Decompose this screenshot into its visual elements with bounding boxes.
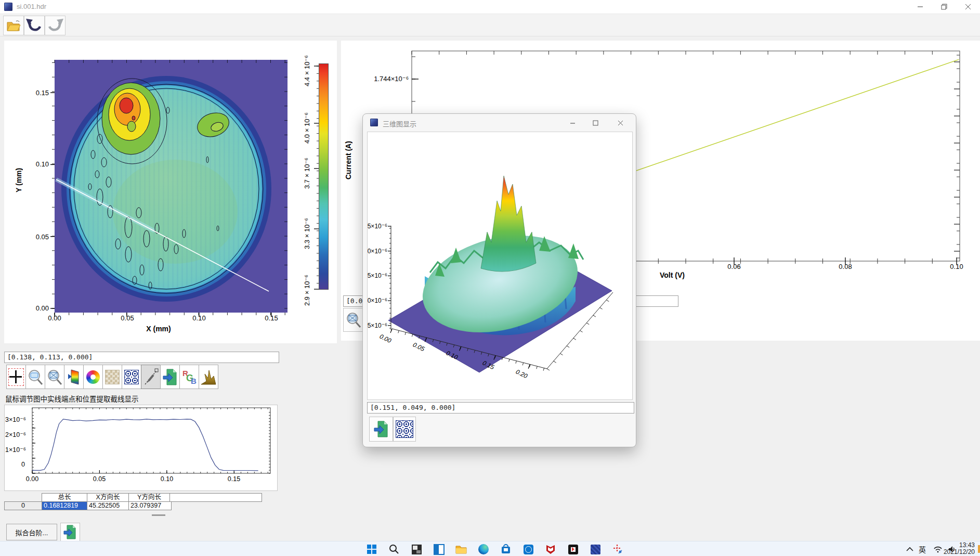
taskbar-measure-app-icon[interactable] xyxy=(611,543,624,555)
surface-window-title: 三维图显示 xyxy=(383,119,416,128)
undo-icon xyxy=(25,17,44,34)
fit-step-button[interactable]: 拟合台阶... xyxy=(6,524,57,540)
close-icon xyxy=(965,4,971,10)
tool-mosaic[interactable] xyxy=(102,365,122,389)
iv-ytick: 1.744×10⁻⁶ xyxy=(361,75,409,83)
table-cell-total[interactable]: 0.16812819 xyxy=(42,501,89,510)
colorbar-tick-1: 4.0×10⁻⁶ xyxy=(303,104,311,144)
undo-button[interactable] xyxy=(24,16,45,35)
taskbar-media-app-icon[interactable] xyxy=(567,543,579,555)
color-wheel-icon xyxy=(86,370,100,384)
contour-ytick-1: 0.10 xyxy=(31,160,49,168)
colorbar-tick-0: 4.4×10⁻⁶ xyxy=(303,47,311,86)
contour-ylabel: Y (mm) xyxy=(15,151,23,192)
contour-xlabel: X (mm) xyxy=(133,325,185,333)
table-resize-handle[interactable] xyxy=(152,514,165,516)
close-button[interactable] xyxy=(611,117,629,128)
surface-status-bar: [0.151, 0.049, 0.000] xyxy=(367,402,634,413)
app-icon xyxy=(4,3,12,11)
contour-ytick-0: 0.15 xyxy=(31,89,49,97)
taskbar-start-icon[interactable] xyxy=(365,543,378,555)
restore-button[interactable] xyxy=(932,0,956,14)
taskbar-mcafee-icon[interactable] xyxy=(544,543,557,555)
surface-ztick-2: .5×10⁻⁶ xyxy=(367,272,387,279)
tray-chevron-up-icon[interactable] xyxy=(904,543,916,555)
open-file-button[interactable] xyxy=(3,16,24,35)
taskbar: 英 13:43 2021/12/20 xyxy=(0,541,980,556)
crosshair-icon xyxy=(8,368,24,386)
maximize-button[interactable] xyxy=(586,117,604,128)
iv-ylabel: Current (A) xyxy=(344,122,352,179)
tool-crosshair[interactable] xyxy=(6,365,26,389)
table-cell-ylen[interactable]: 23.079397 xyxy=(128,501,172,510)
taskbar-dell-icon[interactable] xyxy=(522,543,534,555)
iv-tool-zoom-reset[interactable] xyxy=(343,308,364,332)
tool-colormap[interactable] xyxy=(64,365,84,389)
taskbar-file-explorer-icon[interactable] xyxy=(455,543,467,555)
tray-date: 2021/12/20 xyxy=(944,549,975,555)
contour-xtick-1: 0.05 xyxy=(117,314,138,322)
tray-clock[interactable]: 13:43 2021/12/20 xyxy=(944,542,975,555)
ornament-icon xyxy=(124,370,139,384)
minimize-icon xyxy=(917,4,923,10)
profile-xtick-1: 0.05 xyxy=(89,475,110,483)
mouse-hint-text: 鼠标调节图中实线端点和位置提取截线显示 xyxy=(5,393,139,404)
surface-window-titlebar[interactable]: 三维图显示 xyxy=(363,114,636,132)
ornament-icon xyxy=(396,420,413,438)
tool-export[interactable] xyxy=(160,365,180,389)
mosaic-icon xyxy=(105,370,120,384)
window-titlebar: si.001.hdr xyxy=(0,0,980,14)
surface-window: 三维图显示 xyxy=(362,113,636,447)
tray-ime-indicator[interactable]: 英 xyxy=(916,543,929,555)
tool-rgb[interactable]: R G B xyxy=(179,365,199,389)
table-header-total: 总长 xyxy=(42,493,87,502)
surface-3d-icon xyxy=(200,368,217,386)
tool-surface-3d[interactable] xyxy=(199,365,218,389)
colorbar-tick-3: 3.3×10⁻⁶ xyxy=(303,210,311,249)
export-profile-button[interactable] xyxy=(60,523,80,541)
table-row-header[interactable]: 0 xyxy=(4,501,42,510)
profile-xtick-0: 0.00 xyxy=(22,475,43,483)
redo-button[interactable] xyxy=(45,16,66,35)
surface-pattern-button[interactable] xyxy=(393,417,416,442)
profile-ytick-3: 0 xyxy=(5,461,25,468)
surface-3d-plot xyxy=(368,132,632,399)
surface-export-button[interactable] xyxy=(369,417,393,442)
contour-status-bar: [0.138, 0.113, 0.000] xyxy=(4,352,279,363)
contour-plot[interactable] xyxy=(50,56,291,318)
contour-xtick-3: 0.15 xyxy=(261,314,282,322)
profile-ytick-1: 2×10⁻⁶ xyxy=(5,431,25,438)
taskbar-search-icon[interactable] xyxy=(388,543,400,555)
tool-ornament[interactable] xyxy=(122,365,141,389)
taskbar-remote-app-icon[interactable] xyxy=(589,543,602,555)
export-icon xyxy=(63,524,77,540)
surface-ztick-0: .5×10⁻⁶ xyxy=(367,223,387,230)
rgb-icon: R G B xyxy=(182,369,197,385)
taskbar-store-icon[interactable] xyxy=(500,543,512,555)
restore-icon xyxy=(941,4,947,10)
taskbar-task-app-icon[interactable] xyxy=(433,543,445,555)
colorbar xyxy=(319,63,329,290)
tray-notification-sliver xyxy=(978,545,980,553)
minimize-button[interactable] xyxy=(908,0,932,14)
profile-ytick-0: 3×10⁻⁶ xyxy=(5,416,25,423)
zoom-reset-icon xyxy=(345,311,362,329)
profile-xtick-2: 0.10 xyxy=(156,475,177,483)
table-cell-xlen[interactable]: 45.252505 xyxy=(87,501,130,510)
surface-ztick-4: .5×10⁻⁶ xyxy=(367,322,387,329)
taskbar-snipping-tool-icon[interactable] xyxy=(410,543,423,555)
surface-3d-canvas[interactable]: .5×10⁻⁶ .0×10⁻⁶ .5×10⁻⁶ .0×10⁻⁶ .5×10⁻⁶ … xyxy=(367,132,633,400)
tool-zoom-select[interactable] xyxy=(25,365,45,389)
tray-wifi-icon[interactable] xyxy=(932,543,944,555)
iv-xlabel: Volt (V) xyxy=(649,271,696,279)
close-button[interactable] xyxy=(956,0,980,14)
tool-color-wheel[interactable] xyxy=(83,365,103,389)
minimize-button[interactable] xyxy=(564,117,581,128)
export-icon xyxy=(162,368,178,386)
tool-zoom-reset[interactable] xyxy=(45,365,64,389)
taskbar-edge-icon[interactable] xyxy=(477,543,490,555)
colorbar-ticks xyxy=(312,63,319,291)
close-icon xyxy=(618,120,623,126)
tool-line-measure[interactable] xyxy=(141,365,161,389)
window-title: si.001.hdr xyxy=(17,3,46,10)
